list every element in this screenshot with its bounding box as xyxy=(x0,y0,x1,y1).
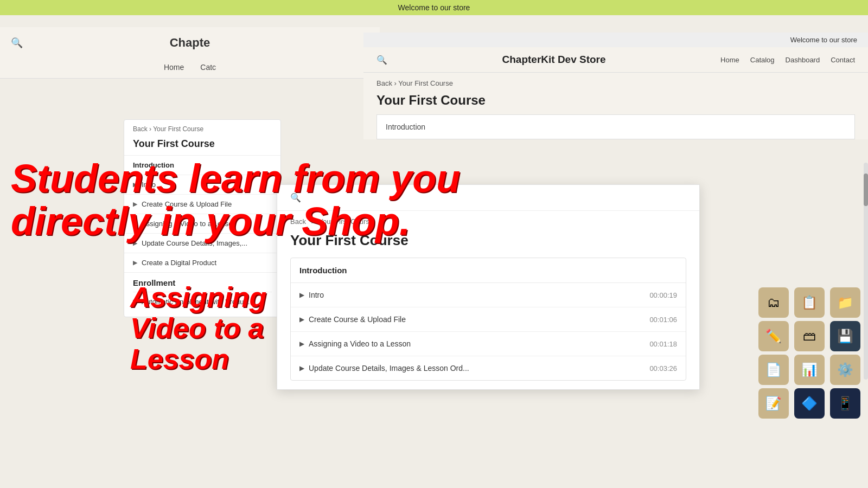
play-icon: ▶ xyxy=(133,259,137,266)
lesson-name: Update Course Details, Images & Lesson O… xyxy=(309,364,469,373)
rb-back[interactable]: Back xyxy=(376,79,392,87)
icon-cell-12[interactable]: 📱 xyxy=(830,388,860,419)
lesson-name: Assigning a Video to a Lesson xyxy=(309,339,411,348)
icon-cell-8[interactable]: 📊 xyxy=(794,355,825,385)
duration: 00:03:26 xyxy=(649,364,677,373)
enrollment-lesson: Automatic Enrollment with Produ... xyxy=(142,298,250,306)
lesson-name: Create Course & Upload File xyxy=(142,200,232,208)
section-box: Introduction xyxy=(376,114,855,139)
window-3: 🔍 Back › Your First Course Your First Co… xyxy=(277,184,700,390)
icon-cell-2[interactable]: 📋 xyxy=(794,287,825,318)
scrollbar-thumb[interactable] xyxy=(864,174,868,206)
icon-cell-10[interactable]: 📝 xyxy=(758,388,789,419)
scrollbar[interactable] xyxy=(864,163,868,380)
search-icon[interactable]: 🔍 xyxy=(11,37,23,49)
list-item[interactable]: ▶ Create a Digital Product xyxy=(124,253,280,272)
play-icon: ▶ xyxy=(133,201,137,208)
sb-back[interactable]: Back xyxy=(133,125,148,133)
list-item[interactable]: ▶ Intro xyxy=(124,175,280,194)
icon-cell-9[interactable]: ⚙️ xyxy=(830,355,860,385)
lesson-name: Create Course & Upload File xyxy=(309,315,406,324)
icon-cell-5[interactable]: 🗃 xyxy=(794,321,825,351)
w3-sep: › xyxy=(311,217,316,226)
window1-nav: Home Catc xyxy=(0,59,380,79)
window-1: 🔍 Chapte Home Catc xyxy=(0,27,380,79)
icon-cell-4[interactable]: ✏️ xyxy=(758,321,789,351)
section-title: Introduction xyxy=(386,123,425,131)
welcome-bar: Welcome to our store xyxy=(0,0,868,15)
lesson-name: Create a Digital Product xyxy=(142,259,216,267)
duration: 00:01:06 xyxy=(649,316,677,324)
search-icon-2[interactable]: 🔍 xyxy=(376,55,387,65)
icon-cell-1[interactable]: 🗂 xyxy=(758,287,789,318)
window3-breadcrumb: Back › Your First Course xyxy=(277,211,699,228)
icon-cell-7[interactable]: 📄 xyxy=(758,355,789,385)
icon-grid: 🗂 📋 📁 ✏️ 🗃 💾 📄 📊 ⚙️ 📝 🔷 📱 xyxy=(758,287,863,419)
list-item[interactable]: ▶ Automatic Enrollment with Produ... xyxy=(133,292,272,311)
nav2-home[interactable]: Home xyxy=(720,56,739,64)
right-breadcrumb: Back › Your First Course xyxy=(363,73,868,89)
w3-back[interactable]: Back xyxy=(290,217,306,226)
nav-home[interactable]: Home xyxy=(164,63,184,72)
nav2-catalog[interactable]: Catalog xyxy=(750,56,775,64)
list-item[interactable]: ▶ Update Course Details, Images,... xyxy=(124,233,280,253)
duration: 00:01:18 xyxy=(649,340,677,348)
nav2-dashboard[interactable]: Dashboard xyxy=(786,56,820,64)
icon-cell-11[interactable]: 🔷 xyxy=(794,388,825,419)
window2-nav: Home Catalog Dashboard Contact xyxy=(720,56,855,64)
window1-header: 🔍 Chapte xyxy=(0,27,380,59)
play-icon: ▶ xyxy=(299,316,304,323)
play-icon: ▶ xyxy=(133,181,137,188)
list-item[interactable]: ▶ Assigning a Video to a Lesson xyxy=(124,214,280,233)
enrollment-section: Enrollment ▶ Automatic Enrollment with P… xyxy=(124,272,280,317)
window-2-light: Welcome to our store 🔍 ChapterKit Dev St… xyxy=(363,33,868,139)
window2-header: 🔍 ChapterKit Dev Store Home Catalog Dash… xyxy=(363,47,868,73)
right-course-title: Your First Course xyxy=(363,89,868,114)
introduction-section: Introduction ▶ Intro 00:00:19 ▶ Create C… xyxy=(290,258,686,381)
play-icon: ▶ xyxy=(299,340,304,348)
table-row[interactable]: ▶ Intro 00:00:19 xyxy=(291,283,686,307)
search-icon-3[interactable]: 🔍 xyxy=(290,192,301,203)
nav2-contact[interactable]: Contact xyxy=(831,56,855,64)
section-header: Introduction xyxy=(291,258,686,283)
play-icon: ▶ xyxy=(133,240,137,247)
window2-welcome-text: Welcome to our store xyxy=(790,36,857,44)
sidebar-course-title: Your First Course xyxy=(124,135,280,155)
window2-logo: ChapterKit Dev Store xyxy=(502,54,605,66)
play-icon: ▶ xyxy=(133,298,137,305)
lesson-name: Assigning a Video to a Lesson xyxy=(142,220,237,228)
enrollment-title: Enrollment xyxy=(133,278,272,287)
nav-catalog[interactable]: Catc xyxy=(200,63,216,72)
table-row[interactable]: ▶ Update Course Details, Images & Lesson… xyxy=(291,356,686,380)
window3-header: 🔍 xyxy=(277,185,699,211)
rb-course: Your First Course xyxy=(398,79,453,87)
play-icon: ▶ xyxy=(299,291,304,299)
sidebar-section-header: Introduction xyxy=(124,155,280,175)
play-icon: ▶ xyxy=(299,364,304,372)
lesson-name: Update Course Details, Images,... xyxy=(142,239,247,247)
icon-cell-6[interactable]: 💾 xyxy=(830,321,860,351)
window1-logo: Chapte xyxy=(170,36,210,50)
list-item[interactable]: ▶ Create Course & Upload File xyxy=(124,194,280,214)
table-row[interactable]: ▶ Create Course & Upload File 00:01:06 xyxy=(291,307,686,332)
sidebar-panel: Back › Your First Course Your First Cour… xyxy=(124,119,281,317)
w3-course: Your First Course xyxy=(318,217,373,226)
welcome-bar-text: Welcome to our store xyxy=(398,3,470,12)
icon-cell-3[interactable]: 📁 xyxy=(830,287,860,318)
lesson-name: Intro xyxy=(309,291,324,299)
sidebar-breadcrumb: Back › Your First Course xyxy=(124,120,280,135)
window2-top-bar: Welcome to our store xyxy=(363,33,868,47)
table-row[interactable]: ▶ Assigning a Video to a Lesson 00:01:18 xyxy=(291,332,686,356)
duration: 00:00:19 xyxy=(649,291,677,299)
play-icon: ▶ xyxy=(133,220,137,227)
window3-course-title: Your First Course xyxy=(277,228,699,258)
sb-course: Your First Course xyxy=(153,125,203,133)
lesson-name: Intro xyxy=(142,181,156,189)
